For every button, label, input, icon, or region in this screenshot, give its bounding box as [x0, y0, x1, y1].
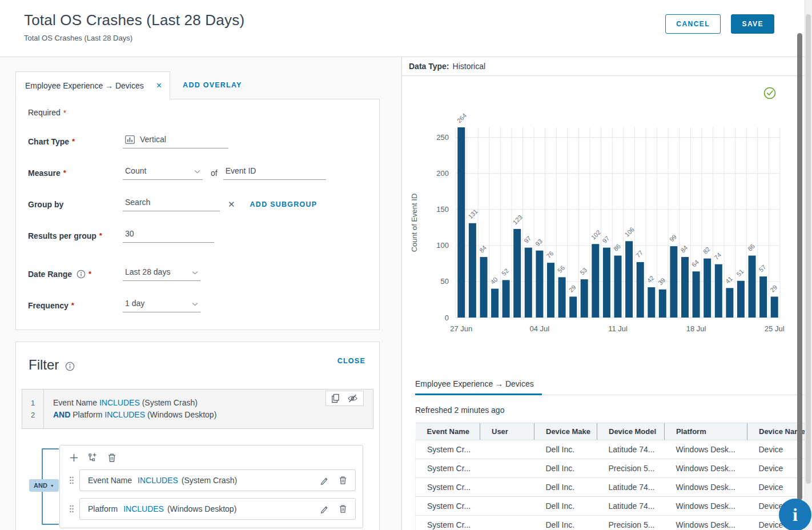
table-cell: System Cr... — [416, 497, 480, 516]
bar[interactable] — [625, 241, 633, 318]
save-button[interactable]: SAVE — [731, 14, 774, 34]
bar[interactable] — [558, 277, 566, 318]
bar[interactable] — [637, 262, 644, 318]
help-info-button[interactable]: i — [779, 499, 811, 530]
table-cell: Device — [747, 440, 805, 459]
measure-aggregation-select[interactable]: Count — [123, 166, 203, 180]
panel-scrollbar[interactable] — [797, 33, 802, 500]
bar[interactable] — [771, 296, 778, 318]
drag-handle-icon[interactable] — [67, 504, 76, 513]
tab-label: Employee Experience → Devices — [25, 81, 144, 90]
add-subgroup-icon[interactable] — [88, 452, 98, 463]
chevron-down-icon — [192, 267, 198, 276]
bar[interactable] — [525, 248, 532, 318]
edit-icon[interactable] — [320, 504, 329, 513]
bar[interactable] — [536, 251, 543, 318]
column-header[interactable]: Platform — [665, 423, 747, 440]
bar[interactable] — [726, 288, 733, 318]
window-scrollbar-track[interactable] — [805, 0, 812, 530]
column-header[interactable]: Device Make — [534, 423, 597, 440]
results-per-group-input[interactable]: 30 — [123, 228, 214, 243]
cancel-button[interactable]: CANCEL — [665, 14, 721, 34]
window-scrollbar-thumb[interactable] — [806, 14, 811, 484]
measure-field-input[interactable]: Event ID — [223, 166, 326, 180]
bar[interactable] — [659, 290, 666, 318]
copy-icon[interactable] — [331, 394, 340, 403]
preview-tab-devices[interactable]: Employee Experience → Devices — [415, 379, 542, 395]
bar[interactable] — [648, 287, 655, 318]
edit-icon[interactable] — [320, 476, 329, 485]
bar[interactable] — [569, 296, 577, 318]
chart-type-select[interactable]: Vertical — [123, 134, 228, 148]
filter-card: Filter CLOSE 12 Event Name INCLUDES (Sys… — [15, 342, 380, 530]
add-overlay-button[interactable]: ADD OVERLAY — [183, 71, 242, 99]
delete-icon[interactable] — [339, 504, 347, 513]
info-icon[interactable] — [65, 362, 75, 371]
measure-row: Measure* Count of Event ID — [28, 166, 367, 180]
add-rule-icon[interactable] — [69, 453, 79, 463]
close-tab-icon[interactable]: × — [156, 81, 162, 90]
table-row[interactable]: System Cr...Dell Inc.Precision 5...Windo… — [416, 459, 805, 478]
group-by-label: Group by — [28, 200, 123, 209]
delete-icon[interactable] — [339, 476, 347, 485]
bar[interactable] — [614, 256, 622, 318]
bar[interactable] — [503, 280, 510, 318]
refreshed-status: Refreshed 2 minutes ago — [415, 405, 812, 415]
bar[interactable] — [457, 127, 465, 318]
bar[interactable] — [581, 279, 588, 318]
column-header[interactable]: Device Model — [597, 423, 665, 440]
bar[interactable] — [681, 257, 689, 318]
bar[interactable] — [547, 263, 554, 318]
bar[interactable] — [469, 223, 476, 318]
chart-type-label: Chart Type* — [28, 137, 123, 146]
table-cell: Dell Inc. — [534, 478, 597, 497]
filter-rule[interactable]: Event NameINCLUDES(System Crash) — [79, 469, 356, 491]
bar[interactable] — [715, 264, 722, 318]
date-range-select[interactable]: Last 28 days — [123, 267, 200, 281]
filter-summary-tools — [325, 391, 364, 406]
group-operator-chip[interactable]: AND▼ — [29, 479, 59, 492]
bar-value-label: 97 — [601, 235, 610, 244]
chevron-down-icon — [194, 166, 200, 175]
bar-value-label: 82 — [702, 246, 711, 255]
table-row[interactable]: System Cr...Dell Inc.Latitude 74...Windo… — [416, 478, 805, 497]
bar[interactable] — [603, 248, 610, 318]
bar[interactable] — [749, 256, 756, 318]
column-header[interactable]: Device Name — [747, 423, 805, 440]
table-cell: Windows Desk... — [665, 497, 747, 516]
bar[interactable] — [670, 246, 677, 318]
table-row[interactable]: System Cr...Dell Inc.Latitude 74...Windo… — [416, 440, 805, 459]
bar[interactable] — [693, 271, 700, 318]
widget-editor-page: Total OS Crashes (Last 28 Days) Total OS… — [0, 0, 812, 530]
y-tick-label: 250 — [436, 133, 449, 142]
info-icon[interactable] — [77, 270, 86, 279]
filter-summary-rows: Event Name INCLUDES (System Crash)AND Pl… — [44, 390, 226, 428]
group-by-row: Group by Search ✕ ADD SUBGROUP — [28, 197, 367, 211]
table-row[interactable]: System Cr...Dell Inc.Latitude 74...Windo… — [416, 497, 805, 516]
close-filter-button[interactable]: CLOSE — [337, 357, 365, 365]
tab-employee-experience-devices[interactable]: Employee Experience → Devices × — [15, 71, 170, 99]
bar-value-label: 64 — [690, 259, 700, 268]
table-cell: Precision 5... — [597, 459, 665, 478]
y-tick-label: 0 — [445, 314, 449, 322]
add-subgroup-button[interactable]: ADD SUBGROUP — [250, 200, 317, 208]
delete-group-icon[interactable] — [107, 453, 116, 463]
group-by-search-input[interactable]: Search — [123, 197, 220, 211]
filter-rule-row: Event NameINCLUDES(System Crash) — [67, 469, 356, 491]
bar[interactable] — [704, 259, 711, 318]
drag-handle-icon[interactable] — [67, 476, 76, 485]
bar[interactable] — [513, 229, 521, 318]
clear-group-by-icon[interactable]: ✕ — [228, 199, 235, 210]
bar[interactable] — [491, 289, 499, 318]
bar[interactable] — [480, 257, 488, 318]
bar[interactable] — [759, 276, 767, 318]
bar-value-label: 40 — [489, 276, 499, 286]
filter-rule[interactable]: PlatformINCLUDES(Windows Desktop) — [79, 498, 356, 520]
column-header[interactable]: Event Name — [416, 423, 480, 440]
table-row[interactable]: System Cr...Dell Inc.Precision 5...Windo… — [416, 516, 805, 530]
bar[interactable] — [592, 244, 599, 318]
bar[interactable] — [737, 281, 745, 318]
frequency-select[interactable]: 1 day — [123, 298, 200, 312]
column-header[interactable]: User — [480, 423, 534, 440]
hide-icon[interactable] — [347, 394, 358, 403]
